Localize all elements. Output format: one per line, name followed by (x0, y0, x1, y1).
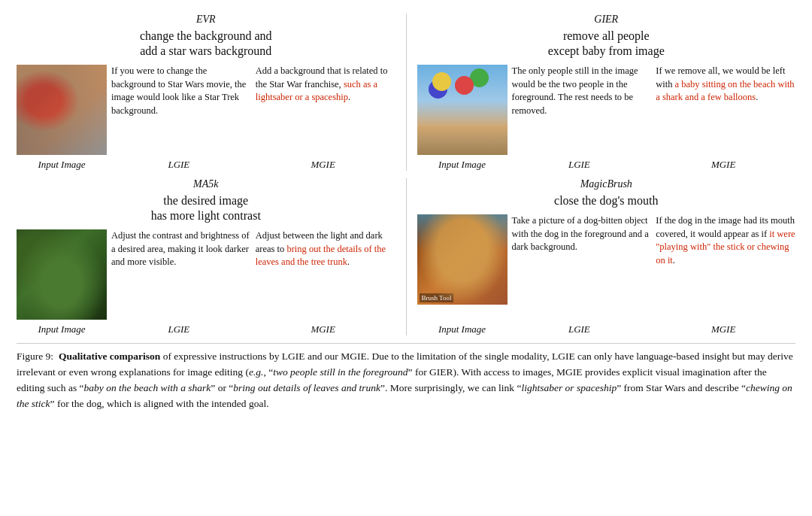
panel-gier: GIER remove all peopleexcept baby from i… (417, 14, 796, 171)
panel-title-magicbrush: close the dog's mouth (417, 193, 796, 208)
panel-content-evr: If you were to change the background to … (17, 65, 395, 155)
text-columns-magicbrush: Take a picture of a dog-bitten object wi… (512, 214, 796, 320)
fig-number: Figure 9: (17, 351, 53, 362)
mgie-label-magicbrush: MGIE (651, 323, 795, 335)
text-col-evr-mgie: Add a background that is related to the … (256, 65, 395, 155)
input-image-label-evr: Input Image (17, 159, 107, 171)
magicbrush-labels-row: Input Image LGIE MGIE (417, 323, 796, 335)
input-image-label-magicbrush: Input Image (417, 323, 508, 335)
lgie-label-magicbrush: LGIE (508, 323, 652, 335)
mgie-label-evr: MGIE (251, 159, 395, 171)
text-col-magicbrush-mgie: If the dog in the image had its mouth co… (656, 214, 795, 320)
panel-ma5k: MA5k the desired imagehas more light con… (17, 178, 395, 335)
panel-title-ma5k: the desired imagehas more light contrast (17, 193, 395, 223)
highlight-lightsaber: such as a lightsaber or a spaceship (256, 79, 377, 103)
panel-content-magicbrush: Brush Tool Take a picture of a dog-bitte… (417, 214, 796, 320)
panel-content-ma5k: Adjust the contrast and brightness of a … (17, 229, 395, 320)
text-col-gier-mgie: If we remove all, we would be left with … (656, 65, 795, 155)
panel-title-evr: change the background andadd a star wars… (17, 29, 395, 59)
panel-divider-2 (406, 178, 407, 335)
gier-labels-row: Input Image LGIE MGIE (417, 159, 796, 171)
highlight-baby: a baby sitting on the beach with a shark… (656, 79, 794, 103)
text-col-magicbrush-lgie: Take a picture of a dog-bitten object wi… (512, 214, 652, 320)
mgie-label-ma5k: MGIE (251, 323, 395, 335)
lgie-label-evr: LGIE (107, 159, 251, 171)
panel-evr: EVR change the background andadd a star … (17, 14, 395, 171)
text-columns-ma5k: Adjust the contrast and brightness of a … (111, 229, 395, 320)
fig-bold-text: Qualitative comparison (59, 351, 160, 362)
panels-row-2: MA5k the desired imagehas more light con… (17, 178, 795, 335)
dataset-label-ma5k: MA5k (17, 178, 395, 190)
text-col-gier-lgie: The only people still in the image would… (512, 65, 652, 155)
text-col-ma5k-lgie: Adjust the contrast and brightness of a … (111, 229, 251, 320)
input-image-label-ma5k: Input Image (17, 323, 107, 335)
highlight-dog: it were "playing with" the stick or chew… (656, 229, 795, 266)
lgie-label-ma5k: LGIE (107, 323, 251, 335)
input-image-label-gier: Input Image (417, 159, 508, 171)
highlight-leaves: bring out the details of the leaves and … (256, 244, 386, 268)
image-magicbrush: Brush Tool (417, 214, 508, 305)
text-col-ma5k-mgie: Adjust between the light and dark areas … (256, 229, 395, 320)
image-ma5k (17, 229, 107, 320)
dataset-label-magicbrush: MagicBrush (417, 178, 796, 190)
figure-container: EVR change the background andadd a star … (17, 14, 795, 412)
panels-row-1: EVR change the background andadd a star … (17, 14, 795, 171)
lgie-label-gier: LGIE (508, 159, 652, 171)
panel-title-gier: remove all peopleexcept baby from image (417, 29, 796, 59)
panel-divider-1 (406, 14, 407, 171)
panel-content-gier: The only people still in the image would… (417, 65, 796, 155)
panel-magicbrush: MagicBrush close the dog's mouth Brush T… (417, 178, 796, 335)
image-gier (417, 65, 508, 155)
mgie-label-gier: MGIE (651, 159, 795, 171)
text-columns-evr: If you were to change the background to … (111, 65, 395, 155)
figure-caption: Figure 9: Qualitative comparison of expr… (17, 343, 795, 412)
dataset-label-evr: EVR (17, 14, 395, 26)
evr-labels-row: Input Image LGIE MGIE (17, 159, 395, 171)
text-columns-gier: The only people still in the image would… (512, 65, 796, 155)
brush-tool-label: Brush Tool (420, 293, 454, 302)
dataset-label-gier: GIER (417, 14, 796, 26)
image-evr (17, 65, 107, 155)
ma5k-labels-row: Input Image LGIE MGIE (17, 323, 395, 335)
text-col-evr-lgie: If you were to change the background to … (111, 65, 251, 155)
